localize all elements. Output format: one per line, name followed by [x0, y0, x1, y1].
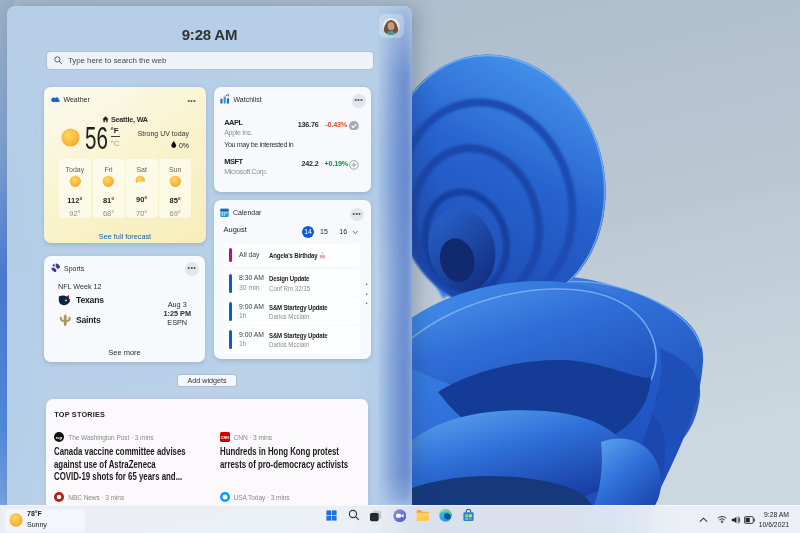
- svg-text:CNN: CNN: [220, 435, 229, 439]
- svg-text:wp: wp: [56, 434, 63, 439]
